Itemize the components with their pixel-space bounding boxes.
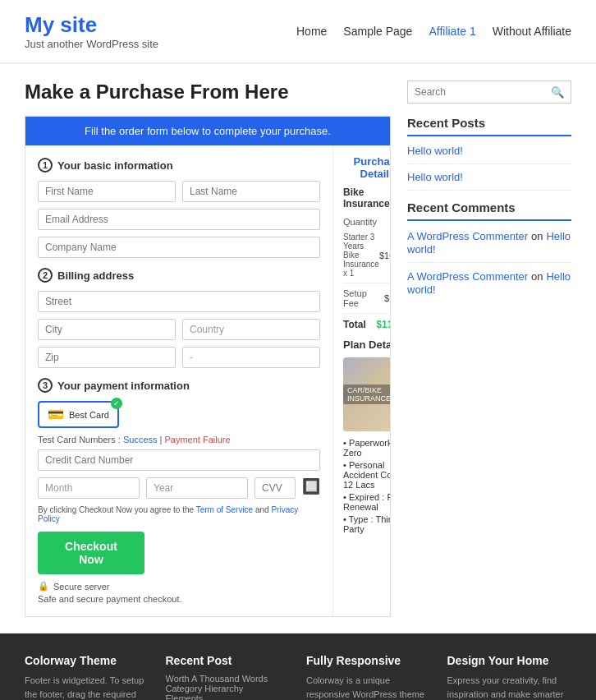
company-input[interactable]: [38, 237, 320, 258]
quantity-row: Quantity 1: [343, 214, 391, 229]
site-branding: My site Just another WordPress site: [25, 12, 158, 50]
plan-features: Paperwork : Zero Personal Accident Cover…: [343, 438, 391, 534]
feature-1: Paperwork : Zero: [343, 438, 391, 458]
card-option[interactable]: 💳 Best Card ✓: [38, 401, 119, 428]
last-name-input[interactable]: [182, 181, 320, 202]
zip-input[interactable]: [38, 347, 176, 368]
recent-post-2[interactable]: Hello world!: [407, 171, 571, 183]
feature-3: Expired : Policy Renewal: [343, 492, 391, 512]
site-tagline: Just another WordPress site: [25, 38, 158, 50]
street-row: [38, 291, 320, 312]
search-box: 🔍: [407, 81, 571, 104]
nav-sample-page[interactable]: Sample Page: [343, 25, 412, 38]
footer-recent-link-1[interactable]: Worth A Thousand Words: [166, 674, 291, 684]
card-details-row: Month Year 🔲: [38, 477, 320, 499]
failure-link[interactable]: Payment Failure: [165, 435, 231, 444]
setup-fee-label: Setup Fee: [343, 288, 384, 308]
payment-section: 3 Your payment information 💳 Best Card ✓…: [38, 378, 320, 604]
credit-card-icon: 💳: [48, 407, 64, 422]
card-check-icon: ✓: [111, 398, 122, 409]
quantity-label: Quantity: [343, 217, 377, 227]
purchase-title: Purchase Details: [343, 155, 391, 180]
total-label: Total: [343, 319, 366, 330]
checkout-button[interactable]: Checkout Now: [38, 532, 144, 574]
form-left: 1 Your basic information: [25, 145, 333, 616]
cc-number-row: [38, 449, 320, 471]
card-back-icon: 🔲: [302, 477, 320, 499]
footer-col-recent-post: Recent Post Worth A Thousand Words Categ…: [166, 654, 291, 700]
search-button[interactable]: 🔍: [544, 81, 571, 103]
main-nav: Home Sample Page Affiliate 1 Without Aff…: [296, 25, 571, 38]
secure-text: Secure server: [53, 582, 109, 592]
form-body: 1 Your basic information: [25, 145, 390, 616]
terms-link[interactable]: Term of Service: [196, 505, 253, 514]
basic-info-section-title: 1 Your basic information: [38, 158, 320, 173]
success-link[interactable]: Success: [123, 435, 158, 444]
terms-line: By clicking Checkout Now you agree to th…: [38, 505, 320, 523]
nav-home[interactable]: Home: [296, 25, 327, 38]
site-header: My site Just another WordPress site Home…: [0, 0, 596, 63]
sidebar: 🔍 Recent Posts Hello world! Hello world!…: [407, 81, 571, 617]
nav-affiliate1[interactable]: Affiliate 1: [429, 25, 475, 38]
payment-section-title: 3 Your payment information: [38, 378, 320, 393]
feature-4: Type : Third Party: [343, 514, 391, 534]
comment-2: A WordPress Commenter on Hello world!: [407, 269, 571, 296]
billing-section-title: 2 Billing address: [38, 268, 320, 283]
form-right: Purchase Details Bike Insurance Quantity…: [333, 145, 391, 616]
footer-main: Colorway Theme Footer is widgetized. To …: [0, 633, 596, 700]
cc-number-input[interactable]: [38, 449, 320, 471]
email-row: [38, 209, 320, 230]
content-area: Make a Purchase From Here Fill the order…: [25, 81, 391, 617]
page-heading: Make a Purchase From Here: [25, 81, 391, 104]
plan-details-title: Plan Details: [343, 338, 391, 351]
month-select[interactable]: Month: [38, 477, 140, 499]
plan-price: $100.00: [379, 251, 391, 260]
recent-posts-title: Recent Posts: [407, 116, 571, 136]
nav-without-affiliate[interactable]: Without Affiliate: [493, 25, 571, 38]
order-form-header: Fill the order form below to complete yo…: [25, 117, 390, 145]
plan-row: Starter 3 Years Bike Insurance x 1 $100.…: [343, 233, 391, 278]
first-name-input[interactable]: [38, 181, 176, 202]
footer-col3-text: Colorway is a unique responsive WordPres…: [306, 674, 431, 700]
billing-section: 2 Billing address Country: [38, 268, 320, 368]
secure-row: 🔒 Secure server: [38, 581, 320, 592]
cvv-input[interactable]: [254, 477, 296, 499]
email-input[interactable]: [38, 209, 320, 230]
section-number-3: 3: [38, 378, 53, 393]
city-input[interactable]: [38, 319, 176, 340]
plan-label: Starter 3 Years Bike Insurance x 1: [343, 233, 379, 278]
main-wrapper: Make a Purchase From Here Fill the order…: [0, 64, 596, 633]
search-input[interactable]: [408, 81, 544, 103]
recent-comments-title: Recent Comments: [407, 200, 571, 221]
product-name: Bike Insurance: [343, 187, 391, 210]
total-price: $110.00: [376, 319, 391, 330]
footer-col1-title: Colorway Theme: [25, 654, 149, 667]
total-row: Total $110.00: [343, 319, 391, 330]
footer-recent-link-2[interactable]: Category Hierarchy: [166, 684, 291, 693]
year-select[interactable]: Year: [146, 477, 248, 499]
city-country-row: Country: [38, 319, 320, 340]
footer-recent-link-3[interactable]: Elements: [166, 693, 291, 700]
footer-col4-text: Express your creativity, find inspiratio…: [447, 674, 572, 700]
zip-select[interactable]: -: [182, 347, 320, 368]
feature-2: Personal Accident Cover : 12 Lacs: [343, 460, 391, 490]
site-title: My site: [25, 12, 158, 38]
safe-text: Safe and secure payment checkout.: [38, 594, 320, 604]
footer-col3-title: Fully Responsive: [306, 654, 431, 667]
name-row: [38, 181, 320, 202]
company-row: [38, 237, 320, 258]
section-number-1: 1: [38, 158, 53, 173]
lock-icon: 🔒: [38, 581, 49, 592]
country-select[interactable]: Country: [182, 319, 320, 340]
recent-post-1[interactable]: Hello world!: [407, 145, 571, 157]
test-card-line: Test Card Numbers : Success | Payment Fa…: [38, 435, 320, 444]
section-number-2: 2: [38, 268, 53, 283]
card-label: Best Card: [69, 410, 109, 420]
footer-col4-title: Design Your Home: [447, 654, 572, 667]
street-input[interactable]: [38, 291, 320, 312]
setup-fee-price: $10.00: [384, 293, 391, 303]
plan-image: CAR/BIKE INSURANCE: [343, 357, 391, 431]
footer-col-colorway: Colorway Theme Footer is widgetized. To …: [25, 654, 149, 700]
order-form-container: Fill the order form below to complete yo…: [25, 116, 391, 617]
setup-fee-row: Setup Fee $10.00: [343, 288, 391, 308]
